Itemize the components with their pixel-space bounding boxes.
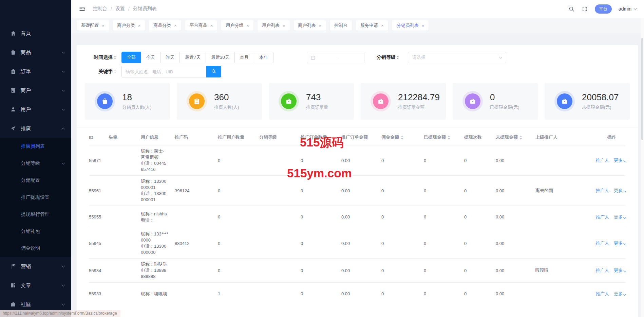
sort-icon[interactable]: [401, 136, 403, 140]
platform-badge[interactable]: 平台: [595, 4, 612, 14]
time-filter-yesterday[interactable]: 昨天: [160, 52, 180, 63]
close-icon[interactable]: ×: [138, 23, 141, 28]
close-icon[interactable]: ×: [210, 23, 213, 28]
cell-commission: 0: [381, 241, 424, 246]
time-filter-all[interactable]: 全部: [121, 52, 141, 63]
sidebar-item-commission-note[interactable]: 佣金说明: [0, 240, 71, 257]
briefcase-icon: [10, 301, 16, 307]
keyword-input[interactable]: [121, 66, 206, 77]
close-icon[interactable]: ×: [381, 23, 384, 28]
storefront-icon: [10, 87, 16, 93]
tab-service-apply[interactable]: 服务申请×: [356, 20, 388, 31]
promoter-link[interactable]: 推广人: [596, 188, 609, 194]
sidebar-item-articles[interactable]: 文章: [0, 276, 71, 295]
promoter-link[interactable]: 推广人: [596, 214, 609, 220]
tab-merchant-list[interactable]: 商户列表×: [294, 20, 326, 31]
fullscreen-icon[interactable]: [582, 6, 588, 12]
date-range-picker[interactable]: -: [307, 52, 364, 63]
sidebar-item-withdraw-bank[interactable]: 提现银行管理: [0, 206, 71, 223]
time-filter-today[interactable]: 今天: [141, 52, 160, 63]
chevron-down-icon: [62, 302, 65, 305]
sidebar-item-orders[interactable]: 訂單: [0, 62, 71, 81]
tab-user-group[interactable]: 用户分组×: [221, 20, 253, 31]
promoter-link[interactable]: 推广人: [596, 157, 609, 163]
more-link[interactable]: 更多: [614, 157, 626, 163]
breadcrumb-item[interactable]: 控制台: [93, 6, 107, 12]
sidebar-item-home[interactable]: 首頁: [0, 24, 71, 43]
search-button[interactable]: [206, 66, 221, 77]
tab-merchant-category[interactable]: 商户分类×: [113, 20, 145, 31]
sort-icon[interactable]: [448, 136, 450, 140]
more-link[interactable]: 更多: [614, 291, 626, 297]
scrollbar-thumb[interactable]: [641, 38, 643, 140]
table-row: 55934 昵称：哒哒哒 电话：13888 888888 0 0 0.00 0 …: [89, 258, 626, 282]
time-filter-year[interactable]: 本年: [254, 52, 273, 63]
cell-unwithdrawn: 0.00: [496, 158, 535, 163]
level-select[interactable]: 请选择: [408, 52, 506, 63]
close-icon[interactable]: ×: [319, 23, 322, 28]
tab-user-list[interactable]: 用户列表×: [258, 20, 290, 31]
sidebar-item-distribution-gift[interactable]: 分销礼包: [0, 223, 71, 240]
cell-commission: 0: [381, 268, 424, 273]
stat-label: 推廣人數(人): [214, 104, 239, 110]
sidebar-item-merchants[interactable]: 商戶: [0, 81, 71, 100]
tab-console[interactable]: 控制台: [330, 20, 352, 31]
cell-id: 55934: [89, 268, 109, 273]
col-header-user-info: 用户信息: [141, 134, 175, 140]
cell-withdraw-count: 0: [464, 241, 496, 246]
tab-goods-category[interactable]: 商品分类×: [149, 20, 181, 31]
chevron-down-icon: [62, 69, 65, 72]
sidebar-item-label: 首頁: [21, 30, 31, 37]
chevron-down-icon: [62, 107, 65, 110]
sidebar-item-promoter-list[interactable]: 推廣員列表: [0, 138, 71, 155]
cell-parent-promoter: 离去的雨: [535, 188, 594, 194]
more-link[interactable]: 更多: [614, 240, 626, 246]
sidebar-item-distribution-level[interactable]: 分销等级: [0, 155, 71, 172]
cell-order-amount: 0.00: [341, 158, 381, 163]
promotion-submenu: 推廣員列表 分销等级 分銷配置 推广提现设置 提现银行管理 分销礼包 佣金说明: [0, 138, 71, 257]
sidebar-item-users[interactable]: 用戶: [0, 100, 71, 119]
cell-withdrawn: 0: [424, 158, 464, 163]
search-icon[interactable]: [568, 6, 575, 12]
stat-card-order-amount: 212284.79 推廣訂單金額: [361, 83, 446, 120]
cell-withdraw-count: 0: [464, 188, 496, 193]
tab-promoter-list[interactable]: 分销员列表×: [392, 20, 429, 31]
menu-fold-icon[interactable]: [79, 5, 86, 12]
promoter-link[interactable]: 推广人: [596, 240, 609, 246]
breadcrumb-item[interactable]: 设置: [115, 6, 125, 12]
sidebar-item-promotion[interactable]: 推廣: [0, 119, 71, 138]
sort-icon[interactable]: [519, 136, 522, 140]
cell-withdraw-count: 0: [464, 268, 496, 273]
close-icon[interactable]: ×: [246, 23, 249, 28]
cell-user-info: 昵称：13300 000001 电话：13300 000001: [141, 178, 175, 203]
close-icon[interactable]: ×: [102, 23, 105, 28]
tab-basic-config[interactable]: 基礎配置×: [77, 20, 109, 31]
sidebar-item-label: 文章: [21, 282, 31, 289]
sidebar-item-distribution-config[interactable]: 分銷配置: [0, 172, 71, 189]
more-link[interactable]: 更多: [614, 214, 626, 220]
more-link[interactable]: 更多: [614, 267, 626, 274]
promoter-link[interactable]: 推广人: [596, 267, 609, 274]
stat-label: 推廣訂單量: [306, 104, 328, 110]
close-icon[interactable]: ×: [283, 23, 285, 28]
cell-unwithdrawn: 0.00: [496, 241, 535, 246]
close-icon[interactable]: ×: [422, 23, 424, 28]
stat-card-promoted-users: 360 推廣人數(人): [177, 83, 262, 120]
sidebar-item-withdraw-settings[interactable]: 推广提现设置: [0, 189, 71, 206]
time-filter-month[interactable]: 本月: [234, 52, 254, 63]
stats-section: 18 分銷員人數(人) 360 推廣人數(人) 743 推廣訂單量: [77, 77, 638, 127]
more-link[interactable]: 更多: [614, 188, 626, 194]
sidebar-item-marketing[interactable]: 营销: [0, 257, 71, 276]
cell-order-amount: 0.00: [341, 188, 381, 193]
close-icon[interactable]: ×: [174, 23, 177, 28]
col-header-commission: 佣金金额: [381, 134, 424, 140]
tab-platform-goods[interactable]: 平台商品×: [185, 20, 217, 31]
tab-label: 平台商品: [190, 22, 207, 29]
tab-label: 商品分类: [153, 22, 171, 29]
time-filter-7days[interactable]: 最近7天: [179, 52, 206, 63]
user-menu[interactable]: admin: [619, 6, 637, 12]
time-filter-30days[interactable]: 最近30天: [206, 52, 234, 63]
promoter-link[interactable]: 推广人: [596, 291, 609, 297]
sidebar-item-goods[interactable]: 商品: [0, 43, 71, 62]
tab-label: 商户分类: [117, 22, 135, 29]
